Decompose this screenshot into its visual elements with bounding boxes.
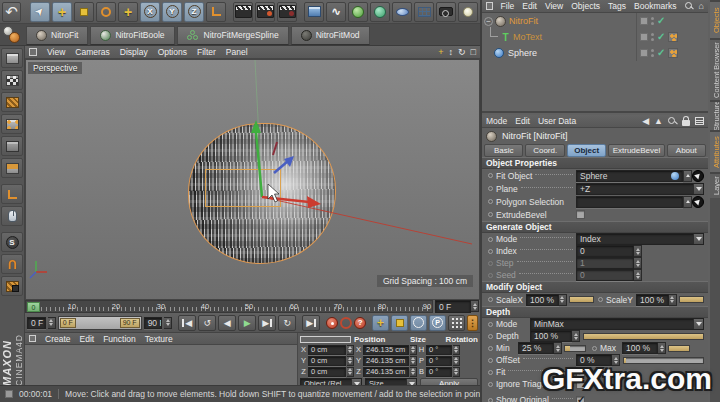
object-name[interactable]: MoText bbox=[513, 32, 542, 42]
enabled-check-icon[interactable]: ✓ bbox=[657, 16, 665, 26]
render-settings-button[interactable] bbox=[277, 2, 297, 22]
move-tool-button[interactable]: + bbox=[52, 2, 72, 22]
max-field[interactable]: 100 % bbox=[622, 342, 658, 354]
spinner[interactable] bbox=[410, 367, 417, 377]
side-tab-objects[interactable]: Objects bbox=[710, 0, 720, 38]
position-y-field[interactable]: 0 cm bbox=[308, 356, 346, 366]
camera-label[interactable]: Perspective bbox=[28, 62, 82, 74]
am-search-icon[interactable] bbox=[668, 117, 677, 126]
position-z-field[interactable]: 0 cm bbox=[308, 367, 346, 377]
generate-mode-dropdown[interactable]: Index bbox=[576, 233, 704, 245]
frame-range-slider[interactable]: 0 F 90 F bbox=[58, 316, 142, 330]
om-menu-icon[interactable] bbox=[486, 2, 493, 10]
viewport-rotate-icon[interactable]: ↻ bbox=[458, 47, 466, 57]
key-scale-toggle[interactable] bbox=[391, 315, 408, 331]
viewport-input-button[interactable] bbox=[1, 206, 23, 226]
scaley-slider[interactable] bbox=[679, 296, 704, 303]
range-end-spinner[interactable] bbox=[164, 317, 172, 329]
menu-function[interactable]: Function bbox=[103, 334, 136, 344]
depth-spinner[interactable] bbox=[572, 330, 580, 342]
add-generator-button[interactable] bbox=[348, 2, 368, 22]
undo-button[interactable]: ↶ bbox=[2, 2, 21, 22]
material-menu-icon[interactable] bbox=[29, 335, 36, 342]
add-environment-button[interactable] bbox=[392, 2, 412, 22]
add-array-button[interactable] bbox=[414, 2, 434, 22]
tab-nitrofitmergespline[interactable]: NitroFitMergeSpline bbox=[177, 26, 289, 45]
range-handle-end[interactable]: 90 F bbox=[120, 318, 140, 328]
model-mode-button[interactable] bbox=[1, 70, 23, 90]
visibility-dots[interactable] bbox=[651, 33, 654, 41]
depth-slider[interactable] bbox=[583, 333, 704, 340]
phong-tag-icon[interactable] bbox=[668, 48, 678, 58]
viewport-maximize-icon[interactable]: □ bbox=[471, 47, 476, 57]
spinner[interactable] bbox=[453, 367, 460, 377]
tab-extrudebevel[interactable]: ExtrudeBevel bbox=[608, 144, 664, 157]
loop-button[interactable]: ↻ bbox=[278, 315, 296, 331]
render-picture-viewer-button[interactable] bbox=[255, 2, 275, 22]
viewport-pan-icon[interactable]: + bbox=[438, 47, 443, 57]
lock-x-button[interactable]: X bbox=[140, 2, 160, 22]
layer-toggle[interactable] bbox=[640, 33, 648, 41]
solo-button[interactable]: ⋮ bbox=[467, 315, 478, 331]
scalex-field[interactable]: 100 % bbox=[526, 294, 559, 306]
coordinates-menu-icon[interactable] bbox=[300, 336, 351, 343]
scaley-spinner[interactable] bbox=[669, 294, 677, 306]
menu-bookmarks[interactable]: Bookmarks bbox=[634, 1, 677, 11]
tab-nitrofit[interactable]: NitroFit bbox=[26, 26, 88, 45]
menu-edit[interactable]: Edit bbox=[522, 1, 537, 11]
max-spinner[interactable] bbox=[658, 342, 666, 354]
side-tab-structure[interactable]: Structure bbox=[710, 100, 720, 130]
scale-tool-button[interactable] bbox=[74, 2, 94, 22]
plane-dropdown[interactable]: +Z bbox=[576, 183, 704, 195]
spinner[interactable] bbox=[410, 356, 417, 366]
autokey-button[interactable] bbox=[340, 317, 352, 329]
depth-mode-dropdown[interactable]: MinMax bbox=[530, 318, 704, 330]
scalex-slider[interactable] bbox=[569, 296, 594, 303]
enabled-check-icon[interactable]: ✓ bbox=[657, 32, 665, 42]
add-cube-button[interactable] bbox=[304, 2, 324, 22]
key-pla-toggle[interactable] bbox=[448, 315, 465, 331]
tab-basic[interactable]: Basic bbox=[484, 144, 523, 157]
rotation-b-field[interactable]: 0 ° bbox=[426, 367, 452, 377]
link-up-button[interactable] bbox=[683, 196, 692, 208]
record-keyframe-button[interactable] bbox=[326, 317, 338, 329]
size-z-field[interactable]: 246.135 cm bbox=[363, 367, 409, 377]
size-y-field[interactable]: 246.135 cm bbox=[363, 356, 409, 366]
am-menu-icon[interactable] bbox=[695, 117, 704, 125]
key-position-toggle[interactable]: + bbox=[372, 315, 389, 331]
menu-objects[interactable]: Objects bbox=[571, 1, 600, 11]
menu-view[interactable]: View bbox=[47, 47, 65, 57]
visibility-dots[interactable] bbox=[651, 17, 654, 25]
menu-texture[interactable]: Texture bbox=[145, 334, 173, 344]
menu-tags[interactable]: Tags bbox=[608, 1, 626, 11]
magnet-button[interactable]: U bbox=[1, 254, 23, 274]
live-selection-button[interactable]: ➤ bbox=[30, 2, 50, 22]
timeline-ruler[interactable]: 10 20 30 40 50 60 70 80 90 0 bbox=[25, 300, 433, 313]
menu-create[interactable]: Create bbox=[45, 334, 71, 344]
back-icon[interactable]: ◀ bbox=[642, 116, 649, 126]
menu-edit[interactable]: Edit bbox=[80, 334, 95, 344]
snap-button[interactable]: S bbox=[1, 232, 23, 252]
render-view-button[interactable] bbox=[233, 2, 253, 22]
range-start-spinner[interactable] bbox=[48, 317, 56, 329]
add-deformer-button[interactable] bbox=[370, 2, 390, 22]
tab-coord[interactable]: Coord. bbox=[525, 144, 564, 157]
tab-nitrofitboole[interactable]: NitroFitBoole bbox=[90, 26, 174, 45]
min-spinner[interactable] bbox=[554, 342, 562, 354]
phong-tag-icon[interactable] bbox=[668, 32, 678, 42]
menu-view[interactable]: View bbox=[545, 1, 563, 11]
lock-y-button[interactable]: Y bbox=[162, 2, 182, 22]
tab-about[interactable]: About bbox=[667, 144, 706, 157]
menu-file[interactable]: File bbox=[501, 1, 515, 11]
menu-options[interactable]: Options bbox=[158, 47, 187, 57]
am-lock-icon[interactable] bbox=[682, 120, 690, 126]
om-home-icon[interactable]: ⌂ bbox=[699, 1, 704, 11]
make-editable-button[interactable] bbox=[1, 48, 23, 68]
object-picker-button[interactable] bbox=[692, 170, 704, 182]
workplane-lock-button[interactable] bbox=[1, 276, 23, 296]
current-frame-field[interactable]: 0 F bbox=[435, 300, 479, 313]
scalex-spinner[interactable] bbox=[559, 294, 567, 306]
last-tool-button[interactable]: + bbox=[118, 2, 138, 22]
depth-field[interactable]: 100 % bbox=[530, 330, 572, 342]
max-slider[interactable] bbox=[668, 345, 690, 352]
